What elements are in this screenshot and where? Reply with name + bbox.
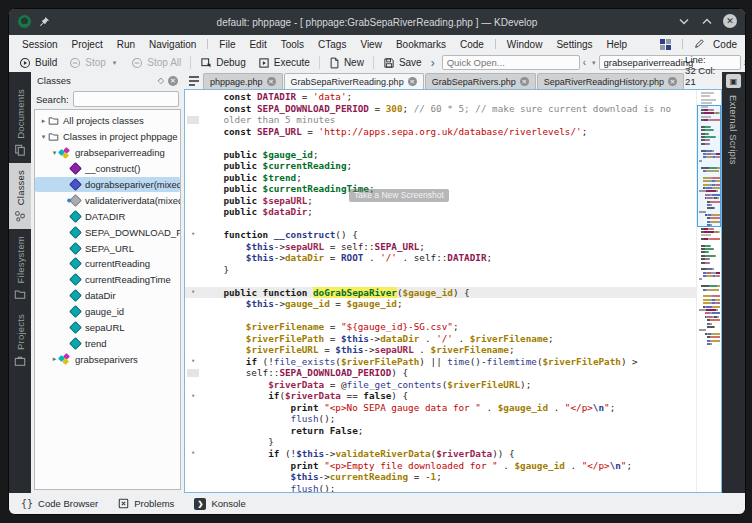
stop-all-button[interactable]: Stop All: [125, 56, 187, 70]
menu-project[interactable]: Project: [65, 38, 110, 51]
menu-view[interactable]: View: [353, 38, 389, 51]
code-line[interactable]: $riverFilename = "${gauge_id}-SG.csv";: [185, 321, 697, 333]
menu-run[interactable]: Run: [110, 38, 142, 51]
nav-back-dropdown-icon[interactable]: ▾: [589, 59, 599, 67]
code-line[interactable]: $this->currentReading = -1;: [185, 471, 697, 483]
tree-item--construct-[interactable]: __construct(): [35, 161, 180, 177]
execute-button[interactable]: Execute: [252, 56, 316, 70]
quick-open-input[interactable]: [442, 55, 580, 70]
fold-arrow-icon[interactable]: ▾: [191, 289, 195, 296]
code-line[interactable]: ▾ if($riverData == false) {: [185, 390, 697, 402]
code-line[interactable]: [185, 275, 697, 287]
code-line[interactable]: print "<p>Empty file downloaded for " . …: [185, 460, 697, 472]
menu-navigation[interactable]: Navigation: [142, 38, 203, 51]
tree-item-currentreadingtime[interactable]: currentReadingTime: [35, 272, 180, 288]
code-line[interactable]: public $dataDir;: [185, 206, 697, 218]
fold-arrow-icon[interactable]: ▾: [191, 450, 195, 457]
code-line[interactable]: flush();: [185, 483, 697, 492]
code-line[interactable]: [185, 137, 697, 149]
code-line[interactable]: const SEPA_DOWNLOAD_PERIOD = 300; // 60 …: [185, 103, 697, 115]
tab-close-icon[interactable]: ✕: [668, 77, 677, 86]
code-line[interactable]: ▾ if (!file_exists($riverFilePath) || ti…: [185, 356, 697, 368]
code-line[interactable]: $this->dataDir = ROOT . '/' . self::DATA…: [185, 252, 697, 264]
editor-tab-separiverreadinghistory.php[interactable]: SepaRiverReadingHistory.php✕: [537, 73, 684, 89]
toolview-button-code-browser[interactable]: {}Code Browser: [21, 498, 98, 509]
tab-close-icon[interactable]: ✕: [408, 77, 417, 86]
fold-arrow-icon[interactable]: ▾: [191, 231, 195, 238]
menu-session[interactable]: Session: [15, 38, 65, 51]
tree-item-sepa-url[interactable]: SEPA_URL: [35, 240, 180, 256]
code-line[interactable]: ▾ function __construct() {: [185, 229, 697, 241]
tree-expander-icon[interactable]: ▾: [39, 133, 48, 141]
tab-close-icon[interactable]: ✕: [267, 77, 276, 86]
code-line[interactable]: }: [185, 436, 697, 448]
menu-file[interactable]: File: [212, 38, 242, 51]
code-line[interactable]: flush();: [185, 413, 697, 425]
tree-item-trend[interactable]: trend: [35, 335, 180, 351]
editor-tab-phppage.php[interactable]: phppage.php✕: [203, 73, 283, 89]
editor-tab-grabseparivers.php[interactable]: GrabSepaRivers.php✕: [425, 73, 536, 89]
close-button[interactable]: ✕: [723, 14, 737, 28]
tree-item-sepa-download-period[interactable]: SEPA_DOWNLOAD_PERIOD: [35, 224, 180, 240]
tree-item-sepaurl[interactable]: sepaURL: [35, 320, 180, 336]
code-menu-button[interactable]: Code: [711, 38, 739, 51]
diamond-icon[interactable]: ◇: [158, 76, 164, 85]
toolview-button-problems[interactable]: Problems: [118, 498, 174, 509]
panel-close-icon[interactable]: ✕: [168, 76, 178, 86]
tab-close-icon[interactable]: ✕: [520, 77, 529, 86]
maximize-button[interactable]: [700, 14, 714, 28]
tree-item-grabseparivers[interactable]: ▸grabseparivers: [35, 351, 180, 367]
code-line[interactable]: [185, 218, 697, 230]
menu-ctags[interactable]: CTags: [311, 38, 353, 51]
code-editor[interactable]: const DATADIR = 'data'; const SEPA_DOWNL…: [184, 89, 722, 493]
sidebar-tab-filesystem[interactable]: Filesystem: [9, 229, 31, 307]
code-line[interactable]: return False;: [185, 425, 697, 437]
code-line[interactable]: $riverData = @file_get_contents($riverFi…: [185, 379, 697, 391]
sidebar-tab-classes[interactable]: Classes: [9, 163, 31, 229]
code-line[interactable]: $riverFilePath = $this->dataDir . '/' . …: [185, 333, 697, 345]
sidebar-tab-documents[interactable]: Documents: [9, 82, 31, 163]
code-line[interactable]: public $currentReading;: [185, 160, 697, 172]
tree-item-grabsepariverreading[interactable]: ▾grabsepariverreading: [35, 145, 180, 161]
tree-item-all-projects-classes[interactable]: ▸All projects classes: [35, 113, 180, 129]
code-line[interactable]: self::SEPA_DOWNLOAD_PERIOD) {: [185, 367, 697, 379]
code-line[interactable]: }: [185, 264, 697, 276]
nav-back-icon[interactable]: ‹: [580, 57, 589, 68]
minimap-scrollbar[interactable]: [696, 90, 721, 492]
debug-button[interactable]: Debug: [194, 56, 251, 70]
nav-forward-icon[interactable]: ›: [741, 57, 746, 68]
menu-edit[interactable]: Edit: [242, 38, 273, 51]
sidebar-tab-projects[interactable]: Projects: [9, 307, 31, 374]
tree-item-datadir[interactable]: DATADIR: [35, 208, 180, 224]
code-line[interactable]: $riverFileURL = $this->sepaURL . $riverF…: [185, 344, 697, 356]
shade-button[interactable]: [677, 14, 691, 28]
new-button[interactable]: New: [323, 56, 370, 70]
code-line[interactable]: older than 5 minutes: [185, 114, 697, 126]
code-line[interactable]: $this->sepaURL = self::SEPA_URL;: [185, 241, 697, 253]
document-list-icon[interactable]: [187, 74, 201, 88]
code-line[interactable]: ▾ public function doGrabSepaRiver($gauge…: [185, 287, 697, 299]
code-line[interactable]: ▾ if (!$this->validateRiverData($riverDa…: [185, 448, 697, 460]
menu-code[interactable]: Code: [453, 38, 491, 51]
code-line[interactable]: public $trend;: [185, 172, 697, 184]
code-line[interactable]: const SEPA_URL = 'http://apps.sepa.org.u…: [185, 126, 697, 138]
code-line[interactable]: print "<p>No SEPA gauge data for " . $ga…: [185, 402, 697, 414]
stop-button[interactable]: Stop▾: [63, 56, 125, 70]
dropdown-arrow-icon[interactable]: ▾: [110, 59, 120, 67]
code-line[interactable]: $this->gauge_id = $gauge_id;: [185, 298, 697, 310]
pin-icon[interactable]: [39, 16, 50, 27]
menu-window[interactable]: Window: [500, 38, 550, 51]
menu-settings[interactable]: Settings: [549, 38, 599, 51]
session-grid-icon[interactable]: [660, 39, 671, 50]
external-scripts-tab[interactable]: External Scripts: [728, 95, 739, 165]
menu-bookmarks[interactable]: Bookmarks: [389, 38, 453, 51]
code-line[interactable]: public $gauge_id;: [185, 149, 697, 161]
external-scripts-icon[interactable]: ▣: [726, 74, 741, 88]
toolview-button-konsole[interactable]: ❯Konsole: [194, 498, 245, 510]
tree-expander-icon[interactable]: ▸: [50, 355, 59, 363]
toolbar-overflow-icon[interactable]: ›: [428, 56, 438, 70]
tree-item-classes-in-project-phppage[interactable]: ▾Classes in project phppage: [35, 129, 180, 145]
code-line[interactable]: [185, 310, 697, 322]
minimap-viewport[interactable]: [697, 105, 721, 227]
tree-item-currentreading[interactable]: currentReading: [35, 256, 180, 272]
